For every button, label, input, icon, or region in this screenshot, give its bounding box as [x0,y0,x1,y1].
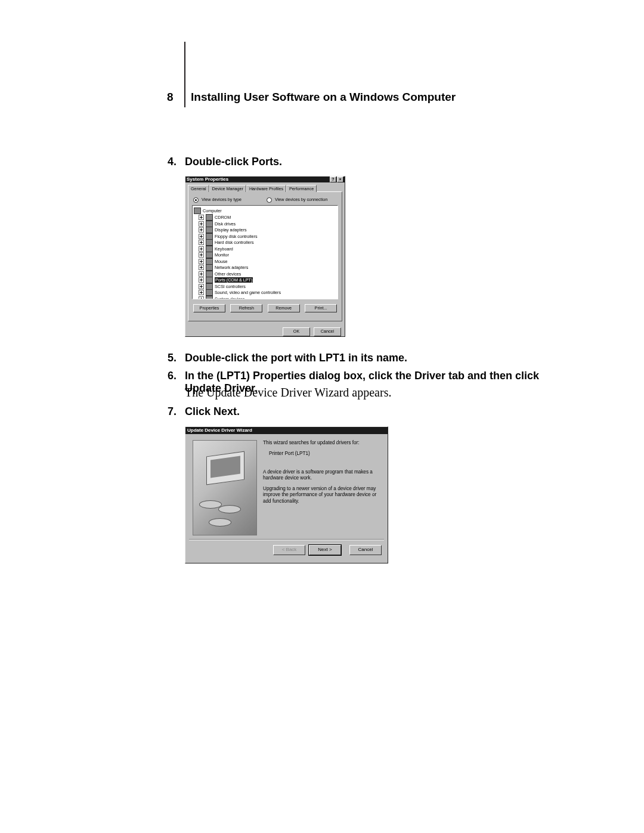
tree-node[interactable]: Disk drives [199,221,336,227]
device-icon [206,296,213,299]
sp-titlebar: System Properties ? × [185,176,345,182]
sp-title: System Properties [187,176,228,182]
system-properties-dialog: System Properties ? × General Device Man… [185,176,345,337]
device-icon [206,221,213,227]
ok-button[interactable]: OK [283,327,310,336]
properties-button[interactable]: Properties [193,304,225,312]
wizard-art-icon [193,440,257,535]
cancel-button[interactable]: Cancel [314,327,341,336]
device-icon [206,289,213,296]
device-icon [206,252,213,258]
tree-label: System devices [215,296,244,299]
sp-tabpanel: View devices by type View devices by con… [188,191,342,321]
device-icon [206,233,213,240]
tab-device-manager[interactable]: Device Manager [209,185,246,192]
device-icon [206,246,213,252]
wizard-text-area: This wizard searches for updated drivers… [263,440,380,534]
tree-node-ports[interactable]: Ports (COM & LPT) [199,277,336,283]
radio-view-by-type[interactable]: View devices by type [193,197,242,203]
tree-label: SCSI controllers [215,284,246,289]
tab-performance[interactable]: Performance [286,185,317,192]
tab-general[interactable]: General [188,185,209,192]
radio-dot-icon [193,197,199,203]
tree-label: Monitor [215,252,229,258]
radio-by-connection-label: View devices by connection [275,197,327,202]
sp-close-button[interactable]: × [337,176,343,182]
tree-label: Disk drives [215,221,236,227]
step-6-follow-text: The Update Device Driver Wizard appears. [185,386,391,400]
radio-view-by-connection[interactable]: View devices by connection [267,197,327,203]
step-6-number: 6. [162,370,177,382]
wz-device-name: Printer Port (LPT1) [263,451,380,457]
tree-node[interactable]: Sound, video and game controllers [199,290,336,296]
expand-icon[interactable] [199,252,204,258]
tree-node[interactable]: Floppy disk controllers [199,233,336,239]
device-icon [206,258,213,265]
step-5-text: Double-click the port with LPT1 in its n… [185,352,407,364]
radio-by-type-label: View devices by type [202,197,242,202]
tree-node[interactable]: SCSI controllers [199,283,336,289]
tree-label: CDROM [215,215,231,220]
device-tree[interactable]: Computer CDROM Disk drives Display adapt… [192,205,338,299]
wz-line3: Upgrading to a newer version of a device… [263,486,380,504]
tree-label-selected: Ports (COM & LPT) [215,277,253,283]
expand-icon[interactable] [199,215,204,220]
next-button[interactable]: Next > [309,545,341,555]
tree-node[interactable]: Hard disk controllers [199,240,336,246]
tree-label: Floppy disk controllers [215,234,258,239]
expand-icon[interactable] [199,227,204,233]
expand-icon[interactable] [199,259,204,264]
wz-titlebar: Update Device Driver Wizard [185,427,388,434]
chapter-title: Installing User Software on a Windows Co… [191,91,456,104]
expand-icon[interactable] [199,234,204,239]
expand-icon[interactable] [199,221,204,227]
tree-root[interactable]: Computer [194,208,336,214]
tree-label: Mouse [215,259,228,264]
header-divider [184,42,185,107]
device-icon [206,283,213,290]
step-7-number: 7. [162,405,177,418]
expand-icon[interactable] [199,265,204,270]
device-icon [206,227,213,233]
tree-label: Sound, video and game controllers [215,290,281,295]
tree-node[interactable]: Monitor [199,252,336,258]
expand-icon[interactable] [199,240,204,245]
device-icon [206,264,213,271]
step-4-number: 4. [162,156,177,168]
tree-label: Keyboard [215,246,233,252]
tab-hardware-profiles[interactable]: Hardware Profiles [246,185,286,192]
tree-node[interactable]: Network adapters [199,265,336,271]
wz-line2: A device driver is a software program th… [263,469,380,482]
tree-node[interactable]: Keyboard [199,246,336,252]
device-icon [206,239,213,246]
tree-node[interactable]: Display adapters [199,227,336,233]
refresh-button[interactable]: Refresh [230,304,262,312]
radio-dot-icon [267,197,272,203]
tree-node[interactable]: Mouse [199,258,336,264]
tree-label: Display adapters [215,227,247,233]
cancel-button[interactable]: Cancel [349,545,382,555]
expand-icon[interactable] [199,284,204,289]
tree-root-label: Computer [203,208,222,213]
tree-node[interactable]: System devices [199,296,336,299]
step-4-text: Double-click Ports. [185,156,282,168]
step-5-number: 5. [162,352,177,364]
expand-icon[interactable] [199,246,204,252]
sp-help-button[interactable]: ? [330,176,336,182]
expand-icon[interactable] [199,277,204,283]
remove-button[interactable]: Remove [268,304,300,312]
device-icon [206,271,213,277]
expand-icon[interactable] [199,290,204,295]
print-button[interactable]: Print... [305,304,337,312]
tree-label: Hard disk controllers [215,240,254,245]
device-icon [206,214,213,221]
tree-node[interactable]: Other devices [199,271,336,277]
expand-icon[interactable] [199,271,204,277]
back-button: < Back [273,545,305,555]
tree-node[interactable]: CDROM [199,215,336,221]
tree-label: Network adapters [215,265,248,270]
tree-label: Other devices [215,271,241,277]
wz-line1: This wizard searches for updated drivers… [263,440,380,446]
expand-icon[interactable] [199,296,204,299]
device-icon [206,277,213,283]
